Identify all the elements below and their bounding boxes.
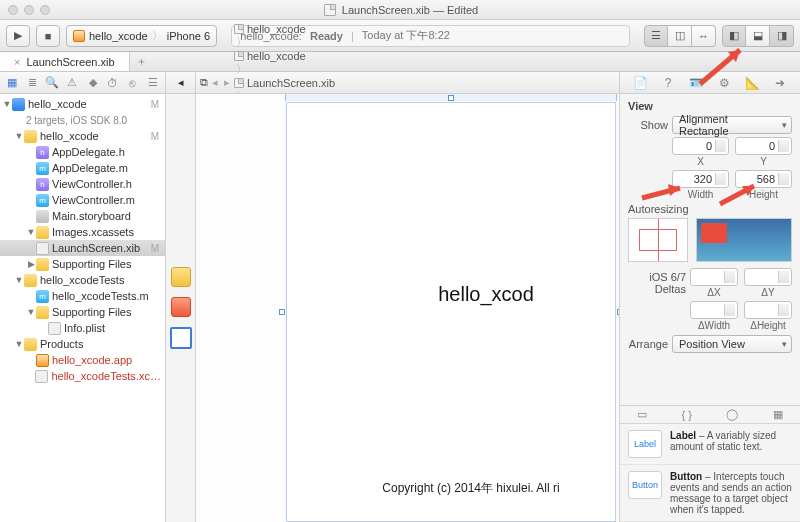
issue-navigator-tab[interactable]: ⚠ xyxy=(65,76,79,90)
tree-item[interactable]: ▶Supporting Files xyxy=(0,256,165,272)
y-field[interactable]: 0 xyxy=(735,137,792,155)
autoresizing-label: Autoresizing xyxy=(628,203,686,215)
library-item-label[interactable]: Label Label – A variably sized amount of… xyxy=(620,424,800,465)
dwidth-field[interactable] xyxy=(690,301,738,319)
tree-item[interactable]: ▼hello_xcodeTests xyxy=(0,272,165,288)
attributes-inspector-tab[interactable]: ⚙ xyxy=(716,75,732,91)
root-view[interactable]: hello_xcod Copyright (c) 2014年 hixulei. … xyxy=(286,102,616,522)
file-inspector-tab[interactable]: 📄 xyxy=(632,75,648,91)
toggle-utilities-button[interactable]: ◨ xyxy=(770,25,794,47)
connections-inspector-tab[interactable]: ➜ xyxy=(772,75,788,91)
symbol-navigator-tab[interactable]: ≣ xyxy=(25,76,39,90)
size-inspector-tab[interactable]: 📐 xyxy=(744,75,760,91)
media-library-tab[interactable]: ▦ xyxy=(773,408,783,421)
test-navigator-tab[interactable]: ◆ xyxy=(86,76,100,90)
project-navigator-tab[interactable]: ▦ xyxy=(5,76,19,90)
version-editor-button[interactable]: ↔ xyxy=(692,25,716,47)
tree-item[interactable]: mhello_xcodeTests.m xyxy=(0,288,165,304)
width-field[interactable]: 320 xyxy=(672,170,729,188)
files-owner-icon[interactable] xyxy=(171,267,191,287)
height-field[interactable]: 568 xyxy=(735,170,792,188)
selection-handles[interactable] xyxy=(283,99,619,522)
dheight-field[interactable] xyxy=(744,301,792,319)
disclosure-triangle-icon[interactable]: ▼ xyxy=(14,131,24,141)
disclosure-triangle-icon[interactable]: ▶ xyxy=(26,259,36,269)
tree-item[interactable]: LaunchScreen.xibM xyxy=(0,240,165,256)
tree-item[interactable]: hAppDelegate.h xyxy=(0,144,165,160)
interface-builder-canvas[interactable]: hello_xcod Copyright (c) 2014年 hixulei. … xyxy=(196,94,619,522)
zoom-window-button[interactable] xyxy=(40,5,50,15)
breakpoint-navigator-tab[interactable]: ⎋ xyxy=(126,76,140,90)
code-snippet-library-tab[interactable]: { } xyxy=(682,409,692,421)
tab-launchscreen[interactable]: × LaunchScreen.xib xyxy=(0,52,130,71)
close-window-button[interactable] xyxy=(8,5,18,15)
tree-item-label: Supporting Files xyxy=(52,306,132,318)
quick-help-tab[interactable]: ? xyxy=(660,75,676,91)
tree-item[interactable]: ▼Supporting Files xyxy=(0,304,165,320)
tree-item[interactable]: Main.storyboard xyxy=(0,208,165,224)
tree-item[interactable]: mAppDelegate.m xyxy=(0,160,165,176)
minimize-window-button[interactable] xyxy=(24,5,34,15)
tree-item[interactable]: hello_xcode.app xyxy=(0,352,165,368)
disclosure-triangle-icon[interactable]: ▼ xyxy=(14,339,24,349)
autoresizing-control[interactable] xyxy=(628,218,688,262)
tree-item[interactable]: ▼Products xyxy=(0,336,165,352)
new-tab-button[interactable]: ＋ xyxy=(130,54,154,69)
tree-item-label: Images.xcassets xyxy=(52,226,134,238)
folder-file-icon xyxy=(24,338,37,351)
file-template-library-tab[interactable]: ▭ xyxy=(637,408,647,421)
toggle-debug-button[interactable]: ⬓ xyxy=(746,25,770,47)
project-tree[interactable]: ▼ hello_xcode M 2 targets, iOS SDK 8.0 ▼… xyxy=(0,94,165,522)
stop-button[interactable]: ■ xyxy=(36,25,60,47)
title-label[interactable]: hello_xcod xyxy=(287,283,615,306)
panel-toggle-segment[interactable]: ◧ ⬓ ◨ xyxy=(722,25,794,47)
identity-inspector-tab[interactable]: 🪪 xyxy=(688,75,704,91)
editor-mode-segment[interactable]: ☰ ◫ ↔ xyxy=(644,25,716,47)
jump-bar-crumb[interactable]: LaunchScreen.xib xyxy=(234,77,371,89)
arrange-popup[interactable]: Position View xyxy=(672,335,792,353)
debug-navigator-tab[interactable]: ⏱ xyxy=(106,76,120,90)
project-subtitle-row: 2 targets, iOS SDK 8.0 xyxy=(0,112,165,128)
dy-field[interactable] xyxy=(744,268,792,286)
jump-bar-crumb[interactable]: hello_xcode xyxy=(234,50,371,62)
x-field[interactable]: 0 xyxy=(672,137,729,155)
jump-bar-crumb[interactable]: hello_xcode xyxy=(234,23,371,35)
project-root[interactable]: ▼ hello_xcode M xyxy=(0,96,165,112)
toggle-navigator-button[interactable]: ◧ xyxy=(722,25,746,47)
tree-item-label: Main.storyboard xyxy=(52,210,131,222)
tree-item[interactable]: ▼hello_xcodeM xyxy=(0,128,165,144)
tree-item[interactable]: hViewController.h xyxy=(0,176,165,192)
standard-editor-button[interactable]: ☰ xyxy=(644,25,668,47)
close-tab-icon[interactable]: × xyxy=(14,56,20,68)
first-responder-icon[interactable] xyxy=(171,297,191,317)
library-item-button[interactable]: Button Button – Intercepts touch events … xyxy=(620,465,800,522)
find-navigator-tab[interactable]: 🔍 xyxy=(45,76,59,90)
disclosure-triangle-icon[interactable]: ▼ xyxy=(26,307,36,317)
tree-item[interactable]: ▼Images.xcassets xyxy=(0,224,165,240)
dx-field[interactable] xyxy=(690,268,738,286)
plist-file-icon xyxy=(48,322,61,335)
view-object-icon[interactable] xyxy=(170,327,192,349)
disclosure-triangle-icon[interactable]: ▼ xyxy=(26,227,36,237)
outline-toggle[interactable]: ◂ xyxy=(166,72,195,94)
report-navigator-tab[interactable]: ☰ xyxy=(146,76,160,90)
scheme-selector[interactable]: hello_xcode 〉 iPhone 6 xyxy=(66,25,217,47)
tree-item-label: Info.plist xyxy=(64,322,105,334)
jump-bar[interactable]: ⧉ ◂▸ hello_xcode〉hello_xcode〉LaunchScree… xyxy=(196,72,619,94)
crumb-icon xyxy=(234,78,244,88)
run-button[interactable]: ▶ xyxy=(6,25,30,47)
folder-file-icon xyxy=(24,274,37,287)
tree-item[interactable]: mViewController.m xyxy=(0,192,165,208)
show-popup[interactable]: Alignment Rectangle xyxy=(672,116,792,134)
tree-item[interactable]: hello_xcodeTests.xctest xyxy=(0,368,165,384)
related-items-icon[interactable]: ⧉ xyxy=(200,76,208,89)
crumb-icon xyxy=(234,51,244,61)
tree-item[interactable]: Info.plist xyxy=(0,320,165,336)
copyright-label[interactable]: Copyright (c) 2014年 hixulei. All ri xyxy=(287,480,615,497)
object-library-tab[interactable]: ◯ xyxy=(726,408,738,421)
assistant-editor-button[interactable]: ◫ xyxy=(668,25,692,47)
disclosure-triangle-icon[interactable]: ▼ xyxy=(14,275,24,285)
sb-file-icon xyxy=(36,210,49,223)
library-tabs[interactable]: ▭ { } ◯ ▦ xyxy=(620,406,800,424)
scheme-device: iPhone 6 xyxy=(167,30,210,42)
